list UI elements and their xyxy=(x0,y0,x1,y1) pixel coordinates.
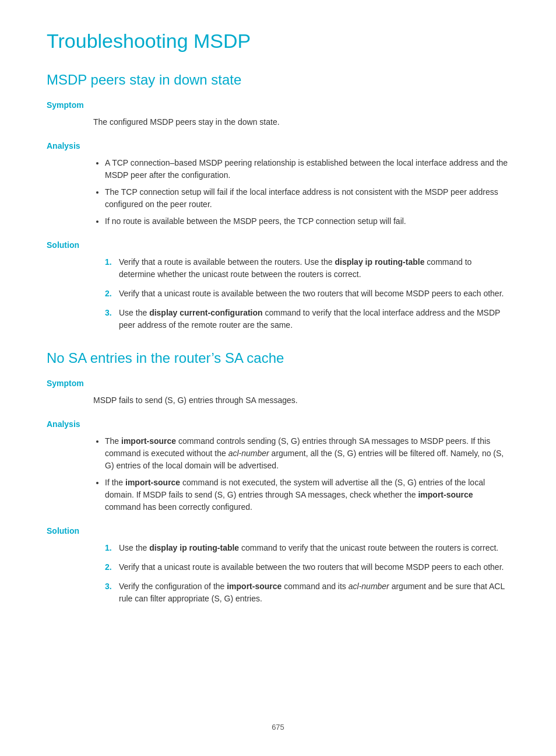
symptom-block-2: Symptom MSDP fails to send (S, G) entrie… xyxy=(47,377,509,407)
analysis-block-1: Analysis A TCP connection–based MSDP pee… xyxy=(47,140,509,228)
list-item: 2. Verify that a unicast route is availa… xyxy=(105,561,509,573)
solution-label-2: Solution xyxy=(47,525,509,537)
command-text: display current-configuration xyxy=(149,308,262,317)
solution-list-1: 1. Verify that a route is available betw… xyxy=(105,256,509,331)
arg-text: acl-number xyxy=(228,449,269,458)
list-item: 1. Verify that a route is available betw… xyxy=(105,256,509,281)
page-footer: 675 xyxy=(0,722,556,733)
list-item: 1. Use the display ip routing-table comm… xyxy=(105,542,509,554)
command-text: import-source xyxy=(418,490,473,499)
list-item: If no route is available between the MSD… xyxy=(105,215,509,228)
solution-block-2: Solution 1. Use the display ip routing-t… xyxy=(47,525,509,605)
list-item: The TCP connection setup will fail if th… xyxy=(105,186,509,211)
list-item: The import-source command controls sendi… xyxy=(105,435,509,472)
command-text: display ip routing-table xyxy=(335,257,424,267)
symptom-block-1: Symptom The configured MSDP peers stay i… xyxy=(47,99,509,128)
analysis-label-1: Analysis xyxy=(47,140,509,152)
list-item: 3. Verify the configuration of the impor… xyxy=(105,580,509,605)
page-title: Troubleshooting MSDP xyxy=(47,29,509,53)
list-item: If the import-source command is not exec… xyxy=(105,477,509,513)
command-text: import-source xyxy=(227,582,281,591)
analysis-list-1: A TCP connection–based MSDP peering rela… xyxy=(105,157,509,228)
page-number: 675 xyxy=(272,723,284,732)
section1: MSDP peers stay in down state Symptom Th… xyxy=(47,71,509,331)
command-text: import-source xyxy=(121,436,176,446)
symptom-text-2: MSDP fails to send (S, G) entries throug… xyxy=(93,394,509,407)
step-number: 3. xyxy=(105,307,112,319)
solution-list-2: 1. Use the display ip routing-table comm… xyxy=(105,542,509,605)
command-text: display ip routing-table xyxy=(149,543,239,552)
arg-text: acl-number xyxy=(349,582,389,591)
list-item: A TCP connection–based MSDP peering rela… xyxy=(105,157,509,181)
step-number: 2. xyxy=(105,288,112,300)
analysis-list-2: The import-source command controls sendi… xyxy=(105,435,509,513)
list-item: 2. Verify that a unicast route is availa… xyxy=(105,288,509,300)
analysis-label-2: Analysis xyxy=(47,418,509,430)
section2: No SA entries in the router’s SA cache S… xyxy=(47,349,509,605)
solution-label-1: Solution xyxy=(47,239,509,251)
section2-title: No SA entries in the router’s SA cache xyxy=(47,349,509,367)
list-item: 3. Use the display current-configuration… xyxy=(105,307,509,331)
symptom-text-1: The configured MSDP peers stay in the do… xyxy=(93,116,509,128)
step-number: 3. xyxy=(105,580,112,593)
solution-block-1: Solution 1. Verify that a route is avail… xyxy=(47,239,509,331)
symptom-label-2: Symptom xyxy=(47,377,509,390)
symptom-label-1: Symptom xyxy=(47,99,509,111)
section1-title: MSDP peers stay in down state xyxy=(47,71,509,89)
step-number: 2. xyxy=(105,561,112,573)
step-number: 1. xyxy=(105,256,112,268)
page-container: Troubleshooting MSDP MSDP peers stay in … xyxy=(0,0,556,756)
analysis-block-2: Analysis The import-source command contr… xyxy=(47,418,509,513)
command-text: import-source xyxy=(125,478,180,487)
step-number: 1. xyxy=(105,542,112,554)
